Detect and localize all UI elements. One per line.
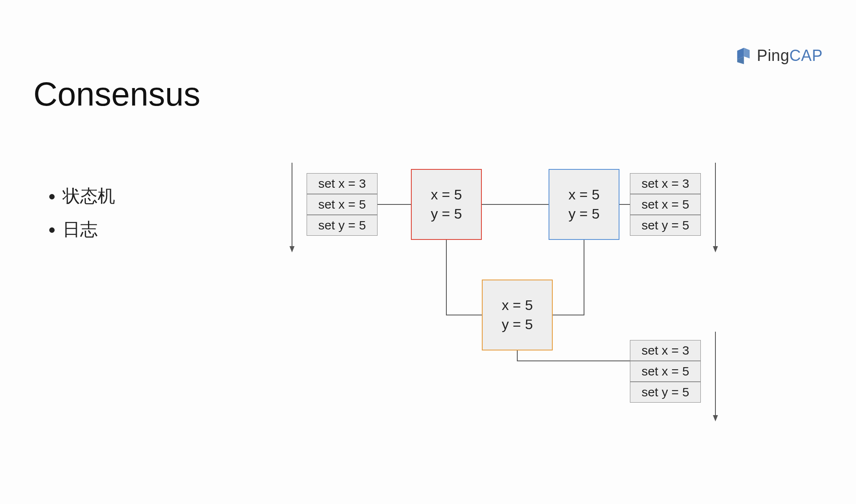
svg-marker-6 (713, 246, 718, 252)
state-line: x = 5 (502, 296, 533, 315)
log-entry: set x = 3 (630, 340, 701, 361)
log-entry: set x = 3 (630, 173, 701, 194)
state-line: y = 5 (502, 315, 533, 334)
state-line: x = 5 (569, 185, 600, 204)
state-line: y = 5 (431, 204, 462, 224)
state-line: y = 5 (569, 204, 600, 224)
log-entry: set y = 5 (307, 215, 378, 236)
log-entry: set x = 5 (630, 361, 701, 382)
log-entry: set x = 5 (630, 194, 701, 215)
state-node-blue: x = 5 y = 5 (549, 169, 619, 240)
log-entry: set y = 5 (630, 215, 701, 236)
svg-marker-8 (713, 415, 718, 421)
log-entry: set x = 3 (307, 173, 378, 194)
state-line: x = 5 (431, 185, 462, 204)
log-entry: set y = 5 (630, 382, 701, 403)
state-node-red: x = 5 y = 5 (411, 169, 482, 240)
diagram: set x = 3 set x = 5 set y = 5 x = 5 y = … (0, 0, 856, 504)
state-node-orange: x = 5 y = 5 (482, 280, 553, 350)
log-entry: set x = 5 (307, 194, 378, 215)
connectors (0, 0, 856, 504)
svg-marker-4 (290, 246, 295, 252)
